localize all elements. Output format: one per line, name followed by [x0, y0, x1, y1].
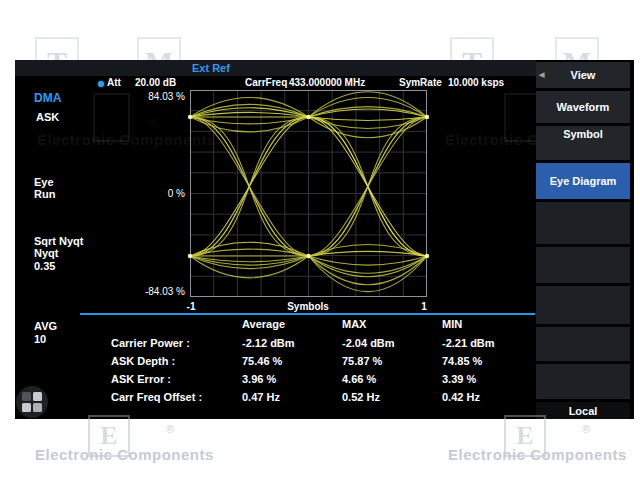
row-label-carr-freq-offset: Carr Freq Offset : [111, 391, 202, 403]
eye-diagram-plot [190, 90, 427, 297]
row-label-ask-depth: ASK Depth : [111, 355, 175, 367]
results-divider [80, 313, 535, 315]
local-button[interactable]: Local [536, 402, 630, 419]
analyzer-screen: E ® Electronic Components E ® Electronic… [15, 60, 634, 419]
filter-alpha: 0.35 [34, 260, 55, 272]
symbol-button[interactable]: Symbol Bin Hex [536, 126, 630, 160]
x-tick-right: 1 [394, 301, 454, 312]
softkey-menu: ◀ View Waveform Symbol Bin Hex Eye Diagr… [536, 60, 630, 419]
table-cell: 3.39 % [442, 373, 476, 385]
att-label: Att [107, 77, 121, 88]
modulation-label: ASK [36, 111, 59, 123]
run-label: Run [34, 188, 55, 200]
table-cell: 0.47 Hz [242, 391, 280, 403]
col-header-max: MAX [342, 318, 366, 330]
view-button[interactable]: ◀ View [536, 62, 630, 88]
table-cell: 75.87 % [342, 355, 382, 367]
watermark-registered-icon: ® [582, 423, 590, 435]
avg-value: 10 [34, 333, 46, 345]
table-cell: 74.85 % [442, 355, 482, 367]
avg-label: AVG [34, 320, 57, 332]
menu-back-icon: ◀ [539, 71, 544, 79]
watermark-registered-icon: ® [166, 423, 174, 435]
row-label-carrier-power: Carrier Power : [111, 337, 190, 349]
filter-label: Sqrt Nyqt [34, 235, 84, 247]
y-tick-bottom: -84.03 % [125, 286, 185, 297]
table-cell: 0.42 Hz [442, 391, 480, 403]
table-cell: -2.04 dBm [342, 337, 395, 349]
table-cell: 75.46 % [242, 355, 282, 367]
y-tick-top: 84.03 % [125, 91, 185, 102]
att-value: 20.00 dB [135, 77, 176, 88]
grid-icon-square [33, 392, 42, 401]
empty-softkey [536, 286, 630, 324]
table-cell: 0.52 Hz [342, 391, 380, 403]
waveform-button[interactable]: Waveform [536, 91, 630, 123]
empty-softkey [536, 364, 630, 399]
grid-icon-square [22, 392, 31, 401]
empty-softkey [536, 202, 630, 244]
grid-icon-square [22, 403, 31, 412]
empty-softkey [536, 327, 630, 361]
row-label-ask-error: ASK Error : [111, 373, 171, 385]
empty-softkey [536, 247, 630, 283]
col-header-min: MIN [442, 318, 462, 330]
status-bar [15, 60, 536, 76]
watermark-registered-icon: ® [148, 117, 156, 129]
att-marker-icon [98, 81, 104, 87]
watermark-text: Electronic Components [448, 446, 627, 463]
eye-label: Eye [34, 176, 54, 188]
carrfreq-value: 433.000000 MHz [289, 77, 365, 88]
filter2-label: Nyqt [34, 247, 58, 259]
table-cell: 4.66 % [342, 373, 376, 385]
x-axis-title: Symbols [278, 301, 338, 312]
watermark-text: Electronic Components [35, 446, 214, 463]
window-grid-icon[interactable] [16, 386, 48, 418]
grid-icon-square [33, 403, 42, 412]
col-header-average: Average [242, 318, 285, 330]
y-tick-mid: 0 % [125, 188, 185, 199]
symrate-label: SymRate [399, 77, 442, 88]
eye-diagram-button[interactable]: Eye Diagram [536, 163, 630, 199]
carrfreq-label: CarrFreq [245, 77, 287, 88]
ext-ref-indicator: Ext Ref [192, 62, 230, 74]
table-cell: -2.21 dBm [442, 337, 495, 349]
x-tick-left: -1 [161, 301, 221, 312]
symrate-value: 10.000 ksps [448, 77, 504, 88]
table-cell: -2.12 dBm [242, 337, 295, 349]
table-cell: 3.96 % [242, 373, 276, 385]
mode-label: DMA [34, 91, 61, 105]
